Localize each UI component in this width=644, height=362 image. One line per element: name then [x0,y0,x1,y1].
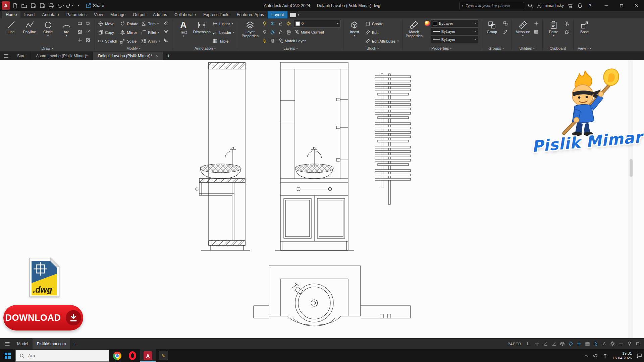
panel-label-draw[interactable]: Draw▾ [0,45,95,51]
panel-label-view[interactable]: View▾▾ [574,45,596,51]
layer-state-icon[interactable] [269,37,276,45]
move-button[interactable]: Move [97,19,118,28]
panel-label-block[interactable]: Block▾ [343,45,402,51]
layer-properties-button[interactable]: Layer Properties [240,19,260,45]
panel-label-groups[interactable]: Groups▾ [481,45,512,51]
start-button[interactable] [0,349,15,362]
ribbon-tab-insert[interactable]: Insert [20,11,38,18]
taskbar-search-input[interactable] [28,353,105,359]
match-properties-button[interactable]: Match Properties [405,19,424,45]
lineweight-display-icon[interactable] [583,340,592,348]
dynamic-input-icon[interactable] [533,340,541,348]
table-button[interactable]: Table [212,37,235,45]
taskbar-clock[interactable]: 19:31 15.04.2026 [610,351,635,360]
snap-tracking-icon[interactable] [575,340,583,348]
create-block-button[interactable]: Create [364,19,400,28]
group-button[interactable]: Group [483,19,501,45]
layer-plot-icon[interactable] [285,28,292,36]
ungroup-icon[interactable] [502,19,509,27]
layer-on-icon[interactable] [261,19,268,27]
leader-button[interactable]: Leader▾ [212,28,235,37]
tab-dolapli-lavabo[interactable]: Dolaplı Lavabo (Pislik Mimar)* × [93,51,163,60]
panel-label-clipboard[interactable]: Clipboard [543,45,573,51]
layer-lock-icon[interactable] [277,19,284,27]
arc-button[interactable]: Arc▾ [58,19,75,45]
isodraft-icon[interactable] [558,340,567,348]
new-layout-button[interactable]: + [70,341,79,347]
trim-button[interactable]: Trim▾ [140,19,161,28]
close-tab-icon[interactable]: × [155,53,158,58]
plot-button[interactable] [47,2,55,10]
close-button[interactable] [629,0,644,11]
linear-button[interactable]: Linear▾ [212,19,235,28]
qat-menu-button[interactable]: ▾ [74,2,83,10]
download-button[interactable]: DOWNLOAD [3,305,83,330]
account-button[interactable]: mimarlucky [536,3,564,8]
ribbon-tab-home[interactable]: Home [2,11,20,18]
chrome-icon[interactable] [109,349,125,362]
explode-button[interactable] [162,28,170,36]
taskbar-search[interactable] [15,350,109,362]
mirror-button[interactable]: Mirror [119,28,139,37]
cut-icon[interactable] [564,19,571,27]
id-point-icon[interactable] [533,19,540,27]
volume-icon[interactable] [591,349,600,362]
workspace-gear-icon[interactable] [608,340,617,348]
linetype-dropdown[interactable]: ByLayer▾ [431,36,478,43]
layer-unlock-icon[interactable] [277,28,284,36]
tab-asma-lavabo[interactable]: Asma Lavabo (Pislik Mimar)* [31,51,93,60]
redo-button[interactable]: ▾ [65,2,73,10]
ribbon-tab-collaborate[interactable]: Collaborate [171,11,200,18]
ribbon-tab-featured-apps[interactable]: Featured Apps [233,11,268,18]
search-button[interactable] [526,2,534,10]
help-button[interactable]: ? [586,2,594,10]
help-search-box[interactable]: ▸ [459,2,524,9]
text-button[interactable]: AText▾ [175,19,192,45]
insert-block-button[interactable]: Insert▾ [346,19,363,45]
polar-tracking-icon[interactable] [550,340,558,348]
network-icon[interactable] [600,349,610,362]
design-app-icon[interactable]: ✎ [156,349,171,362]
annotation-scale-icon[interactable]: A [600,340,608,348]
scale-button[interactable]: Scale [119,37,139,45]
lineweight-dropdown[interactable]: ByLayer▾ [431,27,478,35]
spline-tool-icon[interactable] [84,28,92,36]
ellipse-tool-icon[interactable] [84,19,92,27]
make-current-button[interactable]: Make Current [293,28,325,36]
dimension-button[interactable]: Dimension [193,19,211,45]
array-button[interactable]: Array▾ [140,37,161,45]
panel-label-annotation[interactable]: Annotation▾ [172,45,238,51]
hatch-tool-icon[interactable] [76,28,84,36]
selection-cycling-icon[interactable] [592,340,600,348]
ribbon-display-toggle[interactable]: ▾ [290,11,299,18]
rotate-button[interactable]: Rotate [119,19,139,28]
ortho-mode-icon[interactable] [541,340,550,348]
paper-space-label[interactable]: PAPER [507,342,521,346]
base-button[interactable]: Base [576,19,593,45]
layer-select-dropdown[interactable]: 0 ▾ [293,20,341,27]
new-file-button[interactable] [11,2,19,10]
ribbon-tab-output[interactable]: Output [129,11,149,18]
panel-label-properties[interactable]: Properties▾ [402,45,481,51]
polyline-button[interactable]: Polyline [21,19,38,45]
copy-button[interactable]: Copy [97,28,118,37]
paste-button[interactable]: Paste▾ [545,19,562,45]
layer-off-icon[interactable] [261,28,268,36]
model-tab[interactable]: Model [13,338,33,349]
tray-expand-icon[interactable] [582,349,591,362]
save-as-button[interactable] [38,2,46,10]
edit-block-button[interactable]: Edit [364,28,400,37]
opera-icon[interactable] [125,349,140,362]
panel-label-utilities[interactable]: Utilities▾ [512,45,542,51]
ribbon-tab-layout[interactable]: Layout [268,11,288,18]
autocad-logo[interactable]: A [2,1,10,10]
app-store-button[interactable] [566,2,574,10]
color-sphere-icon[interactable] [425,21,430,26]
action-center-icon[interactable] [635,349,644,362]
panel-label-layers[interactable]: Layers▾ [238,45,343,51]
ribbon-tab-annotate[interactable]: Annotate [39,11,63,18]
help-search-input[interactable] [465,3,522,8]
ribbon-tab-manage[interactable]: Manage [107,11,129,18]
ribbon-tab-parametric[interactable]: Parametric [63,11,90,18]
point-tool-icon[interactable] [76,36,84,44]
